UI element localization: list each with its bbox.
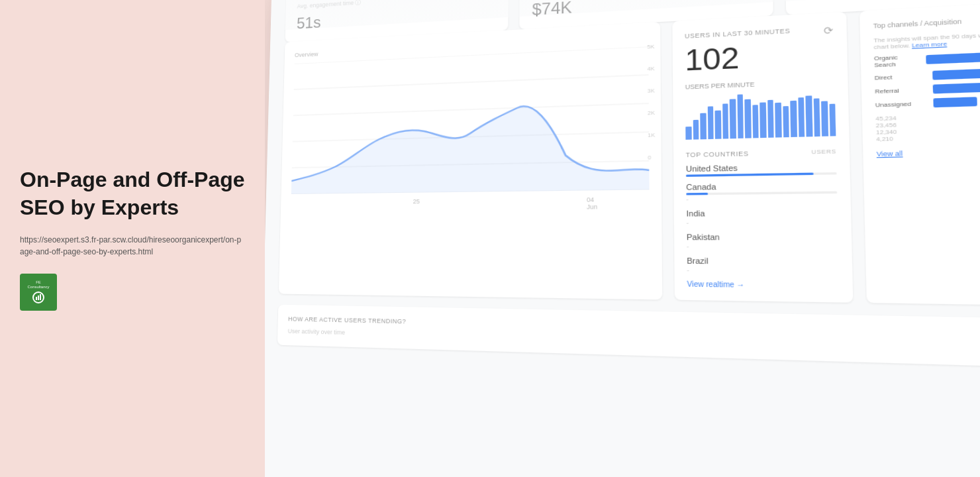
side-bar-organic: Organic Search <box>874 47 980 69</box>
country-name-br: Brazil <box>687 256 839 266</box>
bar-19 <box>821 101 828 136</box>
bar-16 <box>798 97 805 137</box>
line-chart-box: Overview <box>279 22 662 299</box>
country-row-ca: Canada - <box>686 181 838 203</box>
side-description: The insights will span the 90 days with … <box>873 28 980 50</box>
side-bar-referral: Referral <box>875 80 980 95</box>
realtime-refresh-icon[interactable]: ⟳ <box>824 25 834 37</box>
bar-17 <box>805 95 812 136</box>
bar-15 <box>790 101 797 137</box>
page-url: https://seoexpert.s3.fr-par.scw.cloud/hi… <box>20 234 245 258</box>
country-name-ca: Canada <box>686 181 837 191</box>
bar-4 <box>707 106 713 139</box>
users-per-minute-chart <box>685 91 836 139</box>
country-name-pk: Pakistan <box>687 233 838 242</box>
country-name-in: India <box>686 208 838 218</box>
main-content-row: Overview <box>279 0 980 306</box>
bar-5 <box>714 111 720 139</box>
logo-icon <box>32 292 44 303</box>
chart-x-labels: 25 04Jun <box>291 195 650 213</box>
side-bar-chart: Organic Search Direct Referral Unas <box>874 47 980 109</box>
country-dash-in: - <box>687 219 838 227</box>
bar-13 <box>775 103 781 138</box>
bar-10 <box>752 105 759 138</box>
per-minute-label: USERS PER MINUTE <box>685 78 835 91</box>
top-countries-label: TOP COUNTRIES USERS <box>686 148 836 159</box>
country-dash-br: - <box>687 266 839 275</box>
referral-bar <box>933 82 980 94</box>
bottom-section: HOW ARE ACTIVE USERS TRENDING? User acti… <box>277 305 980 369</box>
logo-text: FE Consultancy <box>25 280 52 290</box>
organic-bar <box>926 49 980 64</box>
svg-rect-2 <box>40 294 41 300</box>
pm1-value: — <box>800 0 980 3</box>
logo-box: FE Consultancy <box>20 274 57 311</box>
svg-line-5 <box>293 103 649 115</box>
svg-line-4 <box>294 75 649 89</box>
country-row-br: Brazil - <box>687 256 839 276</box>
bar-12 <box>767 100 774 138</box>
bar-14 <box>783 106 789 137</box>
perspective-wrapper: Avg. engagement time ⓘ 51s Total revenue… <box>265 0 980 477</box>
chart-y-labels: 5K 4K 3K 2K 1K 0 <box>647 44 655 161</box>
page-title: On-Page and Off-Page SEO by Experts <box>20 166 245 221</box>
bar-18 <box>813 98 820 136</box>
realtime-box: USERS IN LAST 30 MINUTES ⟳ 102 USERS PER… <box>672 12 853 303</box>
country-bar-ca <box>686 193 708 195</box>
bar-3 <box>700 113 706 140</box>
social-bar <box>933 97 977 107</box>
side-bar-social: Unassigned <box>875 94 980 109</box>
realtime-header: USERS IN LAST 30 MINUTES <box>685 27 791 40</box>
bar-11 <box>760 102 766 138</box>
country-row-in: India - <box>686 208 838 227</box>
svg-rect-0 <box>36 297 37 300</box>
side-panel: Top channels / Acquisition The insights … <box>859 0 980 306</box>
analytics-screenshot: Avg. engagement time ⓘ 51s Total revenue… <box>265 0 980 477</box>
realtime-count: 102 <box>685 36 834 78</box>
country-row-pk: Pakistan - <box>687 233 838 251</box>
country-bar-us <box>686 173 813 177</box>
view-all-link[interactable]: View all <box>877 146 980 158</box>
country-name-us: United States <box>686 162 837 173</box>
analytics-wrapper: Avg. engagement time ⓘ 51s Total revenue… <box>265 0 980 477</box>
country-dash-pk: - <box>687 243 838 251</box>
country-dash-ca: - <box>686 194 837 203</box>
bar-8 <box>737 94 744 138</box>
view-realtime-link[interactable]: View realtime → <box>687 280 839 290</box>
side-bar-direct: Direct <box>875 66 980 82</box>
bar-6 <box>722 103 729 138</box>
learn-more-link[interactable]: Learn more <box>912 40 947 49</box>
left-panel: On-Page and Off-Page SEO by Experts http… <box>0 0 265 477</box>
blur-bottom <box>265 454 980 477</box>
svg-rect-1 <box>38 295 39 300</box>
direct-bar <box>932 67 980 80</box>
bar-2 <box>693 120 699 140</box>
bar-1 <box>685 127 691 140</box>
bar-20 <box>829 103 836 136</box>
bar-9 <box>744 99 751 138</box>
country-row-us: United States <box>686 162 837 177</box>
line-chart-svg <box>291 46 650 194</box>
side-panel-title: Top channels / Acquisition <box>873 13 980 30</box>
bar-7 <box>730 99 736 138</box>
value-labels: 45,234 23,456 12,340 4,210 <box>875 110 980 143</box>
country-bar-us-bg <box>686 172 837 177</box>
